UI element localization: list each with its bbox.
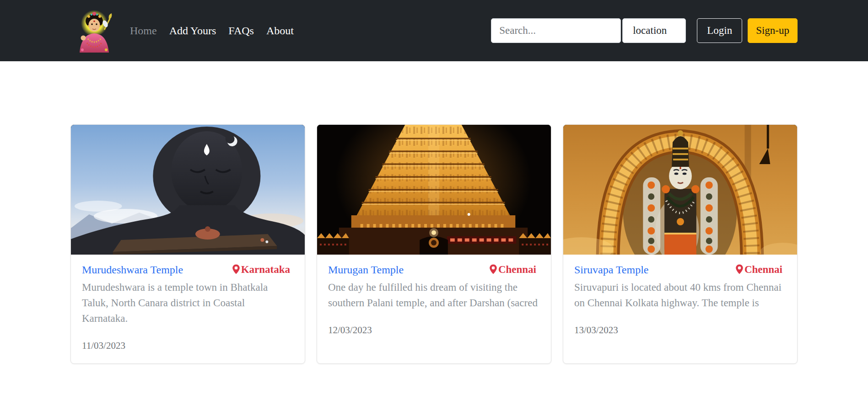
card-title-row: Murudeshwara Temple Karnataka <box>82 264 293 276</box>
temple-cards-row: Murudeshwara Temple Karnataka Murudeshwa… <box>70 124 798 364</box>
signup-button[interactable]: Sign-up <box>748 18 798 43</box>
nav-links: Home Add Yours FAQs About <box>130 25 294 37</box>
temple-title-link[interactable]: Murudeshwara Temple <box>82 264 183 276</box>
nav-link-home[interactable]: Home <box>130 25 157 37</box>
location-label: Chennai <box>498 264 536 276</box>
location-label: Karnataka <box>241 264 290 276</box>
location-badge: Chennai <box>489 264 536 276</box>
nav-link-add-yours[interactable]: Add Yours <box>169 25 216 37</box>
location-pin-icon <box>232 264 240 275</box>
location-label: Chennai <box>744 264 782 276</box>
location-badge: Chennai <box>735 264 782 276</box>
location-pin-icon <box>489 264 497 275</box>
card-title-row: Murugan Temple Chennai <box>328 264 539 276</box>
temple-title-link[interactable]: Murugan Temple <box>328 264 404 276</box>
location-badge: Karnataka <box>232 264 290 276</box>
main-content: Murudeshwara Temple Karnataka Murudeshwa… <box>0 124 868 364</box>
card-body: Siruvapa Temple Chennai Siruvapuri is lo… <box>563 255 797 348</box>
temple-date: 12/03/2023 <box>328 325 539 336</box>
navbar-inner: Home Add Yours FAQs About Login Sign-up <box>70 0 798 61</box>
temple-card-siruvapa: Siruvapa Temple Chennai Siruvapuri is lo… <box>563 124 798 364</box>
location-input[interactable] <box>622 18 686 43</box>
murugan-logo-icon <box>76 8 113 53</box>
nav-link-about[interactable]: About <box>266 25 294 37</box>
murugan-idol-image <box>563 125 797 255</box>
temple-title-link[interactable]: Siruvapa Temple <box>574 264 649 276</box>
site-logo[interactable] <box>76 8 113 53</box>
card-body: Murugan Temple Chennai One day he fulfil… <box>317 255 551 348</box>
location-pin-icon <box>735 264 744 275</box>
gopuram-night-image <box>317 125 551 255</box>
temple-card-murudeshwara: Murudeshwara Temple Karnataka Murudeshwa… <box>70 124 305 364</box>
main-nav: Home Add Yours FAQs About <box>130 25 294 37</box>
temple-date: 13/03/2023 <box>574 325 785 336</box>
adiyogi-statue-image <box>71 125 305 255</box>
temple-card-murugan: Murugan Temple Chennai One day he fulfil… <box>317 124 551 364</box>
temple-photo-gopuram-night <box>317 125 551 255</box>
card-body: Murudeshwara Temple Karnataka Murudeshwa… <box>71 255 305 363</box>
top-navbar: Home Add Yours FAQs About Login Sign-up <box>0 0 868 61</box>
card-title-row: Siruvapa Temple Chennai <box>574 264 785 276</box>
temple-photo-adiyogi-statue <box>71 125 305 255</box>
temple-date: 11/03/2023 <box>82 340 293 352</box>
search-input[interactable] <box>491 18 621 43</box>
nav-link-faqs[interactable]: FAQs <box>228 25 254 37</box>
temple-photo-murugan-idol <box>563 125 797 255</box>
temple-description: One day he fulfilled his dream of visiti… <box>328 280 539 311</box>
temple-description: Murudeshwara is a temple town in Bhatkal… <box>82 280 293 326</box>
temple-description: Siruvapuri is located about 40 kms from … <box>574 280 785 311</box>
login-button[interactable]: Login <box>697 18 742 43</box>
navbar-actions: Login Sign-up <box>491 18 798 43</box>
